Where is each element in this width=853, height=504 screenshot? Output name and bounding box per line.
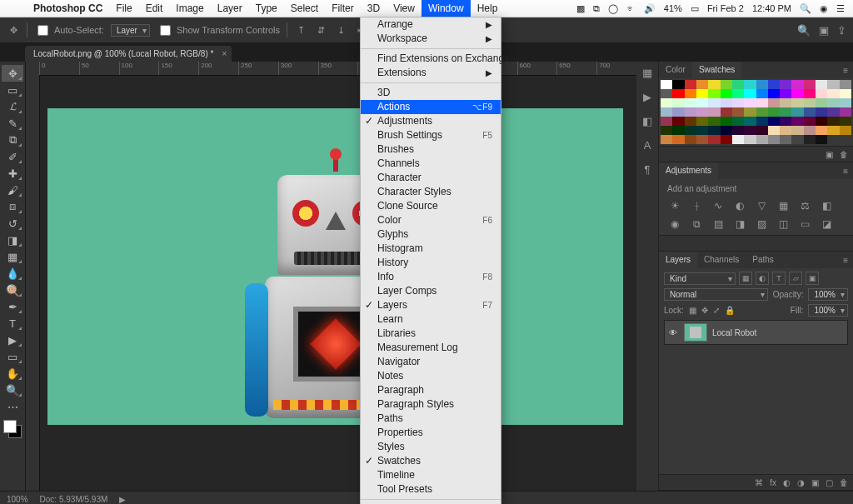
type-tool[interactable]: T bbox=[2, 315, 23, 332]
swatch[interactable] bbox=[744, 98, 756, 107]
actions-panel-icon[interactable]: ▶ bbox=[643, 91, 651, 103]
swatch[interactable] bbox=[744, 80, 756, 89]
hue-sat-icon[interactable]: ▦ bbox=[776, 200, 791, 212]
swatch[interactable] bbox=[840, 107, 851, 117]
swatch[interactable] bbox=[672, 126, 684, 135]
layer-filter-kind[interactable]: Kind bbox=[664, 272, 736, 285]
swatch[interactable] bbox=[672, 89, 684, 98]
window-menu-item[interactable]: 3D bbox=[361, 86, 501, 100]
swatch[interactable] bbox=[804, 107, 816, 117]
path-select-tool[interactable]: ▶ bbox=[2, 332, 23, 348]
window-menu-item[interactable]: Glyphs bbox=[361, 227, 501, 242]
lock-pixels-icon[interactable]: ▦ bbox=[689, 306, 696, 315]
window-menu-item[interactable]: ✓LayersF7 bbox=[361, 298, 501, 312]
swatch[interactable] bbox=[696, 135, 708, 144]
swatch[interactable] bbox=[791, 98, 803, 107]
swatch[interactable] bbox=[708, 135, 720, 144]
swatch[interactable] bbox=[816, 126, 827, 135]
crop-tool[interactable]: ⧉ bbox=[2, 132, 23, 148]
notification-icon[interactable]: ☰ bbox=[836, 3, 845, 14]
swatch[interactable] bbox=[780, 135, 791, 144]
new-fill-icon[interactable]: ◑ bbox=[797, 478, 805, 487]
swatch[interactable] bbox=[791, 89, 803, 98]
healing-tool[interactable]: ✚ bbox=[2, 165, 23, 182]
paths-tab[interactable]: Paths bbox=[746, 252, 781, 268]
swatch[interactable] bbox=[744, 126, 756, 135]
window-menu-item[interactable]: Libraries bbox=[361, 327, 501, 341]
show-transform-checkbox[interactable]: Show Transform Controls bbox=[157, 22, 280, 38]
color-tab[interactable]: Color bbox=[659, 62, 692, 78]
swatch[interactable] bbox=[827, 98, 839, 107]
menu-file[interactable]: File bbox=[109, 0, 138, 17]
menu-app[interactable]: Photoshop CC bbox=[27, 0, 109, 17]
swatch[interactable] bbox=[827, 80, 839, 89]
swatch[interactable] bbox=[721, 98, 732, 107]
paragraph-panel-icon[interactable]: ¶ bbox=[645, 163, 651, 176]
pen-tool[interactable]: ✒ bbox=[2, 298, 23, 315]
swatch[interactable] bbox=[696, 117, 708, 126]
exposure-icon[interactable]: ◐ bbox=[732, 200, 747, 212]
menu-help[interactable]: Help bbox=[471, 0, 505, 17]
swatch[interactable] bbox=[816, 135, 827, 144]
swatch[interactable] bbox=[804, 98, 816, 107]
lock-all-icon[interactable]: 🔒 bbox=[725, 306, 735, 315]
swatch[interactable] bbox=[791, 126, 803, 135]
spotlight-icon[interactable]: 🔍 bbox=[800, 3, 811, 14]
swatch[interactable] bbox=[768, 135, 780, 144]
fill-value[interactable]: 100% bbox=[808, 304, 848, 317]
lasso-tool[interactable]: 𝓛 bbox=[2, 98, 23, 115]
levels-icon[interactable]: ⟊ bbox=[689, 200, 704, 212]
gradient-map-icon[interactable]: ▭ bbox=[797, 218, 812, 230]
bw-icon[interactable]: ◧ bbox=[819, 200, 834, 212]
swatch[interactable] bbox=[696, 107, 708, 117]
swatch[interactable] bbox=[732, 98, 744, 107]
menu-3d[interactable]: 3D bbox=[361, 0, 387, 17]
swatch[interactable] bbox=[791, 117, 803, 126]
swatch[interactable] bbox=[661, 126, 672, 135]
swatch[interactable] bbox=[804, 89, 816, 98]
swatch[interactable] bbox=[661, 98, 672, 107]
swatch[interactable] bbox=[791, 80, 803, 89]
swatch[interactable] bbox=[672, 80, 684, 89]
swatch[interactable] bbox=[804, 117, 816, 126]
window-menu-item[interactable]: Channels bbox=[361, 157, 501, 171]
swatch[interactable] bbox=[744, 135, 756, 144]
window-menu-item[interactable]: Character Styles bbox=[361, 185, 501, 199]
swatch[interactable] bbox=[780, 126, 791, 135]
swatch[interactable] bbox=[708, 89, 720, 98]
swatch[interactable] bbox=[804, 80, 816, 89]
delete-swatch-icon[interactable]: 🗑 bbox=[840, 150, 848, 159]
window-menu-item[interactable]: Brushes bbox=[361, 142, 501, 157]
auto-select-dropdown[interactable]: Layer bbox=[111, 24, 150, 37]
window-menu-item[interactable]: Histogram bbox=[361, 242, 501, 256]
swatch[interactable] bbox=[780, 117, 791, 126]
brightness-icon[interactable]: ☀ bbox=[667, 200, 682, 212]
window-menu-item[interactable]: InfoF8 bbox=[361, 270, 501, 284]
swatch[interactable] bbox=[816, 98, 827, 107]
window-menu-item[interactable]: Actions⌥F9 bbox=[361, 100, 501, 114]
swatch[interactable] bbox=[708, 126, 720, 135]
swatch[interactable] bbox=[791, 135, 803, 144]
swatch[interactable] bbox=[661, 80, 672, 89]
swatch[interactable] bbox=[816, 89, 827, 98]
swatch[interactable] bbox=[732, 107, 744, 117]
filter-adjust-icon[interactable]: ◐ bbox=[756, 272, 769, 285]
window-menu-item[interactable]: Navigator bbox=[361, 355, 501, 369]
swatch[interactable] bbox=[840, 80, 851, 89]
swatch[interactable] bbox=[756, 135, 768, 144]
swatch[interactable] bbox=[756, 98, 768, 107]
layers-tab[interactable]: Layers bbox=[659, 252, 697, 268]
window-menu-item[interactable]: Layer Comps bbox=[361, 284, 501, 298]
vibrance-icon[interactable]: ▽ bbox=[754, 200, 769, 212]
properties-panel-icon[interactable]: ◧ bbox=[642, 115, 652, 127]
swatch[interactable] bbox=[816, 107, 827, 117]
dodge-tool[interactable]: 🍭 bbox=[2, 282, 23, 298]
swatch-grid[interactable] bbox=[659, 78, 853, 146]
layer-name[interactable]: Local Robot bbox=[712, 328, 756, 337]
swatch[interactable] bbox=[708, 98, 720, 107]
menu-window[interactable]: Window bbox=[422, 0, 471, 17]
history-brush-tool[interactable]: ↺ bbox=[2, 215, 23, 232]
eraser-tool[interactable]: ◨ bbox=[2, 232, 23, 248]
swatch[interactable] bbox=[685, 89, 696, 98]
swatch[interactable] bbox=[756, 126, 768, 135]
